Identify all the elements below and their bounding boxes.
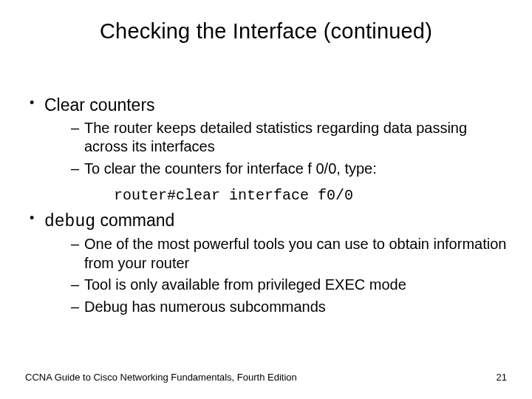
sub-item: Debug has numerous subcommands [71, 298, 507, 317]
sub-list: One of the most powerful tools you can u… [44, 235, 507, 316]
code-word: debug [44, 212, 95, 231]
bullet-label: Clear counters [44, 95, 155, 115]
bullet-list: Clear counters The router keeps detailed… [25, 95, 507, 317]
bullet-label-rest: command [95, 211, 174, 230]
bullet-clear-counters: Clear counters The router keeps detailed… [25, 95, 507, 205]
slide-content: Clear counters The router keeps detailed… [25, 95, 507, 324]
slide: Checking the Interface (continued) Clear… [0, 0, 532, 399]
code-line: router#clear interface f0/0 [114, 186, 507, 205]
sub-item: One of the most powerful tools you can u… [71, 235, 507, 273]
footer-text: CCNA Guide to Cisco Networking Fundament… [25, 372, 297, 383]
page-number: 21 [497, 372, 507, 383]
sub-item: To clear the counters for interface f 0/… [71, 160, 507, 179]
sub-list: The router keeps detailed statistics reg… [44, 119, 507, 179]
sub-item: Tool is only available from privileged E… [71, 276, 507, 295]
bullet-debug-command: debug command One of the most powerful t… [25, 210, 507, 317]
slide-title: Checking the Interface (continued) [0, 0, 532, 44]
sub-item: The router keeps detailed statistics reg… [71, 119, 507, 157]
